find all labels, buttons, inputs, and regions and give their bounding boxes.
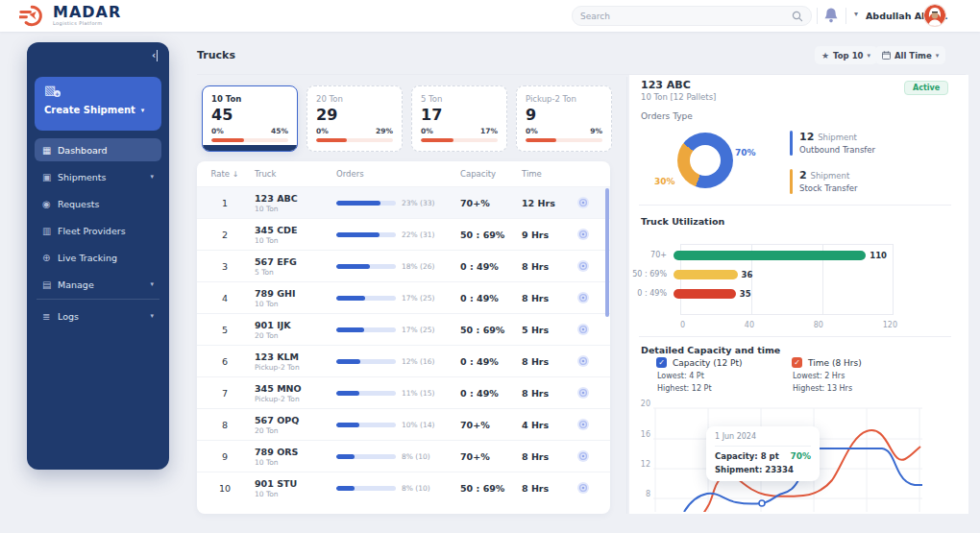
user-menu-chevron-icon[interactable]: ▾	[854, 10, 858, 18]
row-truck-id: 123 KLM	[255, 351, 331, 362]
truck-type-card[interactable]: 5 Ton 17 0% 17%	[411, 85, 507, 152]
truck-type-card[interactable]: 20 Ton 29 0% 29%	[306, 85, 403, 152]
row-truck-ton: 5 Ton	[255, 268, 331, 277]
row-truck-id: 901 IJK	[255, 320, 331, 330]
view-icon[interactable]	[576, 449, 590, 463]
row-time: 8 Hrs	[522, 293, 566, 303]
row-time: 8 Hrs	[522, 261, 566, 272]
app-header: MADAR Logistics Platform ▾ Abdullah Ahm.…	[0, 0, 980, 32]
row-truck-id: 345 MNO	[255, 383, 331, 394]
utilization-bar-row: 0 : 49% 35	[629, 288, 968, 299]
legend-name: Outbound Transfer	[799, 145, 875, 155]
legend-unit: Shipment	[818, 133, 857, 142]
row-rate: 9	[207, 451, 243, 462]
truck-type-label: 5 Ton	[421, 94, 498, 104]
table-row[interactable]: 5 901 IJK 20 Ton 17% (25) 50 : 69% 5 Hrs	[197, 313, 610, 345]
table-row[interactable]: 1 123 ABC 10 Ton 23% (33) 70+% 12 Hrs	[197, 186, 610, 218]
create-shipment-button[interactable]: ▧+ Create Shipment▾	[35, 77, 161, 131]
truck-max-pct: 29%	[376, 127, 393, 135]
column-rate[interactable]: Rate ↓	[207, 169, 243, 179]
orders-bar-track	[336, 264, 396, 269]
row-truck-id: 901 STU	[255, 478, 331, 489]
orders-bar-track	[336, 201, 396, 206]
table-row[interactable]: 3 567 EFG 5 Ton 18% (26) 0 : 49% 8 Hrs	[197, 250, 610, 281]
sidebar-collapse-icon[interactable]: ‹	[152, 50, 158, 61]
tooltip-capacity-pct: 70%	[790, 451, 811, 461]
divider	[639, 205, 951, 206]
requests-icon: ◉	[42, 199, 58, 209]
notifications-bell-icon[interactable]	[823, 7, 839, 24]
table-row[interactable]: 4 789 GHI 10 Ton 17% (25) 0 : 49% 8 Hrs	[197, 281, 610, 313]
utilization-bar	[674, 251, 866, 260]
sidebar-item-fleet-providers[interactable]: ▥ Fleet Providers ▾	[35, 219, 161, 242]
capacity-series-label: Capacity (12 Pt)	[673, 358, 742, 368]
row-capacity: 70+%	[456, 198, 522, 208]
row-truck-ton: 10 Ton	[255, 458, 331, 467]
utilization-bar-row: 50 : 69% 36	[629, 269, 968, 279]
sidebar-item-live-tracking[interactable]: ⊕ Live Tracking ▾	[35, 246, 161, 269]
capacity-lowest: Lowest: 4 Pt	[657, 372, 800, 380]
sidebar-item-shipments[interactable]: ▣ Shipments ▾	[35, 165, 161, 188]
row-rate: 8	[207, 420, 243, 430]
sidebar-item-logs[interactable]: ≣ Logs ▾	[35, 304, 161, 327]
utilization-value: 36	[742, 270, 753, 279]
utilization-x-axis: 0 40 80 120	[680, 321, 897, 329]
capacity-checkbox[interactable]: ✓	[656, 357, 667, 368]
row-capacity: 0 : 49%	[456, 261, 522, 272]
utilization-bar-row: 70+ 110	[629, 250, 968, 260]
sidebar-item-requests[interactable]: ◉ Requests ▾	[35, 192, 161, 215]
orders-bar-track	[336, 327, 396, 332]
table-row[interactable]: 6 123 KLM Pickup-2 Ton 12% (16) 0 : 49% …	[197, 345, 610, 376]
view-icon[interactable]	[576, 418, 590, 431]
truck-count: 17	[421, 106, 498, 124]
table-row[interactable]: 8 567 OPQ 20 Ton 10% (14) 70+% 4 Hrs	[197, 408, 610, 440]
sidebar-item-manage[interactable]: ▤ Manage ▾	[35, 273, 161, 296]
view-icon[interactable]	[576, 291, 590, 304]
time-checkbox[interactable]: ✓	[792, 357, 802, 368]
row-truck-ton: Pickup-2 Ton	[255, 363, 331, 372]
brand-name: MADAR	[53, 5, 121, 20]
manage-icon: ▤	[42, 279, 58, 290]
truck-type-card[interactable]: 10 Ton 45 0% 45%	[202, 85, 298, 152]
legend-unit: Shipment	[811, 171, 850, 181]
table-row[interactable]: 10 901 STU 10 Ton 8% (10) 50 : 69% 8 Hrs	[197, 472, 610, 503]
orders-type-donut-chart	[677, 133, 733, 188]
row-rate: 4	[207, 293, 243, 303]
table-scrollbar-thumb[interactable]	[605, 188, 609, 317]
sidebar-item-dashboard[interactable]: ▦ Dashboard ▾	[35, 138, 161, 161]
view-icon[interactable]	[576, 228, 590, 241]
time-range-filter-button[interactable]: All Time ▾	[875, 46, 945, 64]
divider	[639, 336, 951, 337]
truck-max-pct: 17%	[480, 127, 498, 135]
table-row[interactable]: 2 345 CDE 10 Ton 22% (31) 50 : 69% 9 Hrs	[197, 218, 610, 250]
view-icon[interactable]	[576, 481, 590, 495]
truck-max-pct: 9%	[590, 127, 602, 135]
status-badge: Active	[904, 81, 948, 95]
page-title: Trucks	[197, 49, 235, 61]
view-icon[interactable]	[576, 323, 590, 336]
search-input[interactable]	[580, 12, 792, 21]
orders-bar-track	[336, 391, 396, 396]
truck-type-card[interactable]: Pickup-2 Ton 9 0% 9%	[516, 85, 612, 152]
column-truck[interactable]: Truck	[243, 169, 331, 179]
search-icon	[792, 11, 803, 22]
header-divider	[845, 8, 846, 24]
orders-bar-fill	[336, 486, 355, 491]
y-tick: 16	[635, 430, 650, 439]
view-icon[interactable]	[576, 354, 590, 368]
chevron-down-icon: ▾	[150, 173, 154, 181]
view-icon[interactable]	[576, 386, 590, 400]
sidebar-item-label: Live Tracking	[58, 253, 154, 263]
legend-item: 2 Shipment Stock Transfer	[790, 169, 953, 194]
column-capacity[interactable]: Capacity	[456, 169, 522, 179]
table-row[interactable]: 7 345 MNO Pickup-2 Ton 11% (15) 0 : 49% …	[197, 376, 610, 408]
view-icon[interactable]	[576, 259, 590, 273]
row-truck-id: 789 GHI	[255, 288, 331, 299]
view-icon[interactable]	[576, 196, 590, 209]
column-orders[interactable]: Orders	[331, 169, 456, 179]
user-avatar[interactable]	[924, 5, 945, 26]
shipments-icon: ▣	[42, 172, 58, 182]
top-10-filter-button[interactable]: ★ Top 10 ▾	[815, 46, 877, 64]
table-row[interactable]: 9 789 ORS 10 Ton 8% (10) 70+% 8 Hrs	[197, 440, 610, 472]
column-time[interactable]: Time	[522, 169, 566, 179]
